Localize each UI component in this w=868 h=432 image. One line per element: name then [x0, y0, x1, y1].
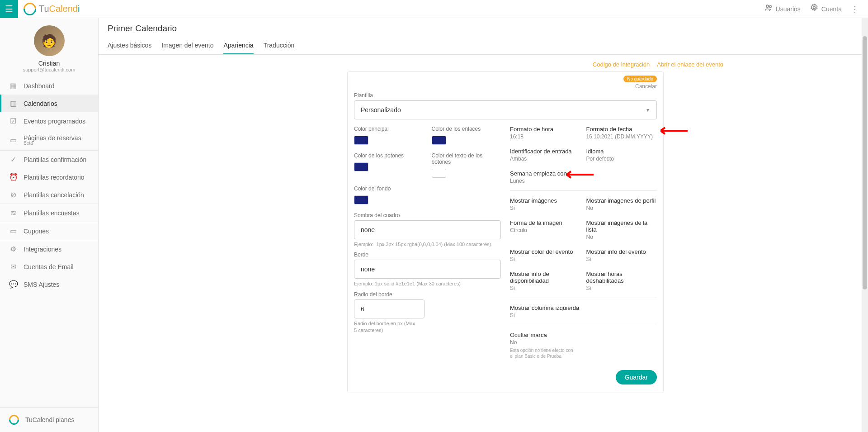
more-vertical-icon: ⋮	[851, 4, 859, 14]
border-input[interactable]	[354, 260, 501, 279]
info-label: Identificador de entrada	[510, 148, 581, 155]
info-label: Mostrar horas deshabilitadas	[586, 271, 657, 284]
action-links: Codigo de integración Abrir el enlace de…	[99, 55, 868, 71]
border-hint: Ejemplo: 1px solid #e1e1e1 (Max 30 carac…	[354, 280, 501, 287]
calendar-icon: ▥	[9, 99, 17, 108]
info-value: Si	[510, 205, 581, 211]
cancel-link[interactable]: Cancelar	[635, 83, 657, 90]
info-label: Mostrar info del evento	[586, 248, 657, 255]
sidebar-item-scheduled[interactable]: ☑ Eventos programados	[0, 112, 98, 130]
brand-logo[interactable]: TuCalendi	[18, 3, 80, 15]
topbar: ☰ TuCalendi Usuarios Cuenta ⋮	[0, 0, 868, 18]
main-color-label: Color principal	[354, 126, 424, 132]
sidebar-item-integrations[interactable]: ⚙ Integraciones	[0, 240, 98, 258]
info-label: Formato de fecha	[586, 126, 657, 133]
svg-point-1	[769, 5, 771, 7]
button-text-color-label: Color del texto de los botones	[432, 152, 501, 165]
embed-code-link[interactable]: Codigo de integración	[593, 61, 650, 68]
hide-brand-setting[interactable]: Ocultar marca No Esta opción no tiene ef…	[510, 332, 581, 359]
sidebar: 🧑 Cristian support@tucalendi.com ▦ Dashb…	[0, 18, 99, 432]
sidebar-item-dashboard[interactable]: ▦ Dashboard	[0, 77, 98, 95]
sidebar-item-calendars[interactable]: ▥ Calendarios	[0, 95, 98, 112]
sidebar-footer-plans[interactable]: TuCalendi planes	[0, 407, 98, 432]
profile-name: Cristian	[0, 60, 98, 67]
input-id-setting[interactable]: Identificador de entrada Ambas	[510, 148, 581, 162]
page-icon: ▭	[9, 136, 17, 144]
svg-point-2	[813, 7, 815, 9]
left-column-setting[interactable]: Mostrar columna izquierda Si	[510, 304, 581, 318]
language-setting[interactable]: Idioma Por defecto	[586, 148, 657, 162]
template-select[interactable]: Personalizado ▼	[354, 100, 657, 119]
tab-basic[interactable]: Ajustes básicos	[108, 42, 151, 54]
tab-translation[interactable]: Traducción	[264, 42, 295, 54]
sidebar-item-email[interactable]: ✉ Cuentas de Email	[0, 258, 98, 275]
sidebar-label: Dashboard	[24, 82, 89, 90]
account-label: Cuenta	[821, 5, 842, 13]
disabled-hours-setting[interactable]: Mostrar horas deshabilitadas Si	[586, 271, 657, 291]
gear-icon: ⚙	[9, 245, 17, 253]
bg-color-swatch[interactable]	[354, 195, 368, 204]
sidebar-item-booking-pages[interactable]: ▭ Páginas de reservas Beta	[0, 130, 98, 150]
info-value: 16.10.2021 (DD.MM.YYYY)	[586, 133, 657, 140]
sidebar-label: Plantillas confirmación	[24, 156, 89, 163]
brand-i: i	[78, 4, 80, 14]
buttons-color-swatch[interactable]	[354, 162, 368, 171]
account-link[interactable]: Cuenta	[810, 3, 842, 14]
sidebar-item-sms[interactable]: 💬 SMS Ajustes	[0, 275, 98, 293]
border-label: Borde	[354, 252, 501, 258]
logo-icon	[21, 0, 39, 18]
sidebar-item-surveys[interactable]: ≋ Plantillas encuestas	[0, 204, 98, 222]
show-images-setting[interactable]: Mostrar imágenes Si	[510, 197, 581, 211]
image-shape-setting[interactable]: Forma de la imagen Círculo	[510, 219, 581, 240]
radius-label: Radio del borde	[354, 291, 501, 298]
info-value: Si	[510, 312, 581, 318]
save-button[interactable]: Guardar	[616, 370, 657, 385]
more-menu-button[interactable]: ⋮	[851, 4, 859, 14]
brand-tu: Tu	[39, 4, 49, 14]
page-title: Primer Calendario	[108, 24, 859, 33]
scrollbar[interactable]	[862, 18, 868, 432]
info-label: Mostrar columna izquierda	[510, 304, 581, 311]
shadow-hint: Ejemplo: -1px 3px 15px rgba(0,0,0,0.04) …	[354, 241, 501, 248]
layers-icon: ≋	[9, 209, 17, 217]
users-link[interactable]: Usuarios	[764, 3, 801, 14]
tab-appearance[interactable]: Apariencia	[223, 42, 253, 54]
sidebar-item-cancel-templates[interactable]: ⊘ Plantillas cancelación	[0, 186, 98, 204]
scrollbar-thumb[interactable]	[863, 36, 867, 290]
sidebar-item-reminder-templates[interactable]: ⏰ Plantillas recordatorio	[0, 168, 98, 186]
users-icon	[764, 3, 773, 14]
main-color-swatch[interactable]	[354, 136, 368, 145]
list-images-setting[interactable]: Mostrar imágenes de la lista No	[586, 219, 657, 240]
info-value: Círculo	[510, 227, 581, 233]
info-value: Si	[510, 285, 581, 291]
info-value: 16:18	[510, 133, 581, 140]
shadow-input[interactable]	[354, 220, 501, 239]
open-event-link[interactable]: Abrir el enlace del evento	[657, 61, 723, 68]
menu-toggle-button[interactable]: ☰	[0, 0, 18, 18]
event-info-setting[interactable]: Mostrar info del evento Si	[586, 248, 657, 262]
sidebar-item-confirm-templates[interactable]: ✓ Plantillas confirmación	[0, 151, 98, 168]
sidebar-label: Cuentas de Email	[24, 263, 89, 271]
sidebar-item-coupons[interactable]: ▭ Cupones	[0, 222, 98, 240]
event-color-setting[interactable]: Mostrar color del evento Si	[510, 248, 581, 262]
info-value: No	[586, 205, 657, 211]
buttons-color-label: Color de los botones	[354, 152, 424, 159]
template-label: Plantilla	[354, 92, 657, 99]
button-text-color-swatch[interactable]	[432, 169, 446, 178]
chevron-down-icon: ▼	[646, 108, 650, 113]
profile-images-setting[interactable]: Mostrar imagenes de perfil No	[586, 197, 657, 211]
profile-email: support@tucalendi.com	[0, 67, 98, 72]
users-label: Usuarios	[776, 5, 801, 13]
time-format-setting[interactable]: Formato de hora 16:18	[510, 126, 581, 140]
sidebar-label: Cupones	[24, 228, 89, 235]
radius-input[interactable]	[354, 299, 425, 318]
info-value: No	[586, 234, 657, 240]
avatar[interactable]: 🧑	[34, 25, 65, 56]
right-column: Formato de hora 16:18 Formato de fecha 1…	[510, 126, 657, 366]
availability-info-setting[interactable]: Mostrar info de disponibiliadad Si	[510, 271, 581, 291]
links-color-swatch[interactable]	[432, 136, 446, 145]
tab-image[interactable]: Imagen del evento	[161, 42, 213, 54]
date-format-setting[interactable]: Formato de fecha 16.10.2021 (DD.MM.YYYY)	[586, 126, 657, 140]
annotation-arrow-icon	[660, 126, 688, 135]
plans-label: TuCalendi planes	[25, 416, 74, 423]
